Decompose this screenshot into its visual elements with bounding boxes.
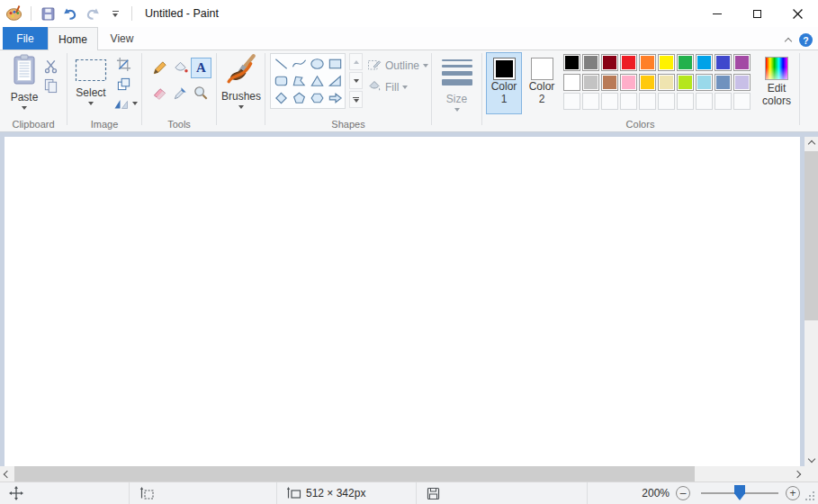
palette-swatch-empty[interactable]: [639, 93, 656, 110]
palette-swatch-empty[interactable]: [601, 93, 618, 110]
palette-swatch[interactable]: [639, 74, 656, 91]
pencil-tool[interactable]: [149, 58, 170, 78]
resize-icon[interactable]: [114, 75, 132, 93]
scroll-right-icon[interactable]: [790, 466, 805, 482]
shape-rounded-rectangle-icon[interactable]: [272, 72, 290, 89]
zoom-out-button[interactable]: –: [676, 486, 690, 500]
edit-colors-label-line1: Edit: [756, 82, 797, 94]
select-button[interactable]: Select: [70, 54, 112, 105]
shape-rectangle-icon[interactable]: [326, 55, 344, 72]
zoom-slider-thumb[interactable]: [734, 485, 745, 500]
shape-diamond-icon[interactable]: [272, 89, 290, 106]
tab-file[interactable]: File: [3, 27, 48, 50]
paste-button[interactable]: Paste: [5, 54, 43, 110]
scroll-left-icon[interactable]: [0, 466, 14, 482]
shape-triangle-icon[interactable]: [308, 72, 326, 89]
palette-swatch-empty[interactable]: [677, 93, 694, 110]
fill-with-color-tool[interactable]: [170, 58, 191, 78]
palette-swatch-empty[interactable]: [582, 93, 599, 110]
shape-right-triangle-icon[interactable]: [326, 72, 344, 89]
palette-swatch[interactable]: [563, 54, 580, 71]
outline-dropdown[interactable]: Outline: [367, 57, 428, 74]
palette-swatch[interactable]: [696, 54, 713, 71]
palette-swatch[interactable]: [601, 74, 618, 91]
collapse-ribbon-icon[interactable]: [786, 34, 791, 47]
shapes-scroll-up-icon[interactable]: [349, 53, 363, 70]
minimize-button[interactable]: [697, 0, 737, 27]
magnifier-tool[interactable]: [191, 83, 211, 104]
palette-swatch[interactable]: [677, 54, 694, 71]
palette-swatch-empty[interactable]: [658, 93, 675, 110]
palette-swatch[interactable]: [658, 74, 675, 91]
shapes-more-icon[interactable]: [349, 91, 363, 108]
palette-swatch[interactable]: [696, 74, 713, 91]
fill-dropdown[interactable]: Fill: [367, 78, 408, 95]
palette-swatch[interactable]: [639, 54, 656, 71]
horizontal-scrollbar-thumb[interactable]: [14, 466, 695, 482]
shape-hexagon-icon[interactable]: [308, 89, 326, 106]
palette-swatch[interactable]: [620, 54, 637, 71]
palette-swatch-empty[interactable]: [620, 93, 637, 110]
customize-quick-access-icon[interactable]: [106, 4, 124, 23]
palette-swatch-empty[interactable]: [715, 93, 732, 110]
palette-swatch[interactable]: [582, 74, 599, 91]
crop-icon[interactable]: [114, 55, 132, 73]
palette-swatch[interactable]: [601, 54, 618, 71]
save-icon[interactable]: [39, 4, 57, 23]
shape-polygon-icon[interactable]: [290, 72, 308, 89]
palette-swatch[interactable]: [582, 54, 599, 71]
cursor-position-icon: [9, 486, 23, 503]
palette-swatch-empty[interactable]: [563, 93, 580, 110]
selection-size-icon: [139, 486, 155, 504]
palette-swatch[interactable]: [658, 54, 675, 71]
text-tool[interactable]: A: [191, 58, 211, 78]
tab-view[interactable]: View: [98, 27, 146, 50]
size-dropdown-arrow: [454, 108, 460, 112]
palette-swatch-empty[interactable]: [733, 93, 751, 110]
palette-swatch[interactable]: [715, 54, 732, 71]
close-button[interactable]: [778, 0, 818, 27]
palette-swatch[interactable]: [620, 74, 637, 91]
palette-swatch[interactable]: [733, 74, 751, 91]
palette-swatch[interactable]: [677, 74, 694, 91]
undo-icon[interactable]: [61, 4, 79, 23]
canvas[interactable]: [4, 137, 800, 466]
paste-label: Paste: [11, 91, 39, 104]
palette-swatch[interactable]: [733, 54, 751, 71]
shape-line-icon[interactable]: [272, 55, 290, 72]
help-icon[interactable]: ?: [799, 33, 813, 47]
scroll-down-icon[interactable]: [805, 452, 818, 466]
redo-icon[interactable]: [84, 4, 102, 23]
ribbon-tab-row: File Home View ?: [0, 27, 818, 50]
edit-colors-button[interactable]: Edit colors: [756, 52, 797, 107]
paint-logo-icon[interactable]: [5, 4, 23, 23]
eraser-tool[interactable]: [149, 83, 170, 104]
vertical-scrollbar-thumb[interactable]: [805, 151, 818, 320]
shape-curve-icon[interactable]: [290, 55, 308, 72]
shape-pentagon-icon[interactable]: [290, 89, 308, 106]
palette-swatch[interactable]: [563, 74, 580, 91]
size-button[interactable]: Size: [437, 54, 476, 112]
vertical-scrollbar[interactable]: [805, 137, 818, 466]
copy-icon[interactable]: [41, 76, 59, 94]
shape-oval-icon[interactable]: [308, 55, 326, 72]
color1-button[interactable]: Color 1: [486, 52, 522, 114]
resize-grip[interactable]: [805, 490, 816, 502]
rotate-icon[interactable]: [112, 94, 138, 112]
palette-swatch-empty[interactable]: [696, 93, 713, 110]
cut-icon[interactable]: [41, 57, 59, 75]
edit-colors-icon: [765, 57, 788, 80]
brushes-button[interactable]: Brushes: [221, 53, 261, 109]
tab-home[interactable]: Home: [48, 27, 98, 50]
shapes-scroll-down-icon[interactable]: [349, 72, 363, 89]
fill-icon: [367, 78, 382, 95]
scroll-up-icon[interactable]: [805, 137, 818, 151]
zoom-in-button[interactable]: +: [786, 486, 800, 500]
maximize-button[interactable]: [737, 0, 778, 27]
horizontal-scrollbar[interactable]: [0, 466, 805, 482]
palette-swatch[interactable]: [715, 74, 732, 91]
shape-arrow-right-icon[interactable]: [326, 89, 344, 106]
color-picker-tool[interactable]: [170, 83, 191, 104]
group-image: Select Image: [67, 50, 141, 131]
color2-button[interactable]: Color 2: [524, 52, 560, 114]
